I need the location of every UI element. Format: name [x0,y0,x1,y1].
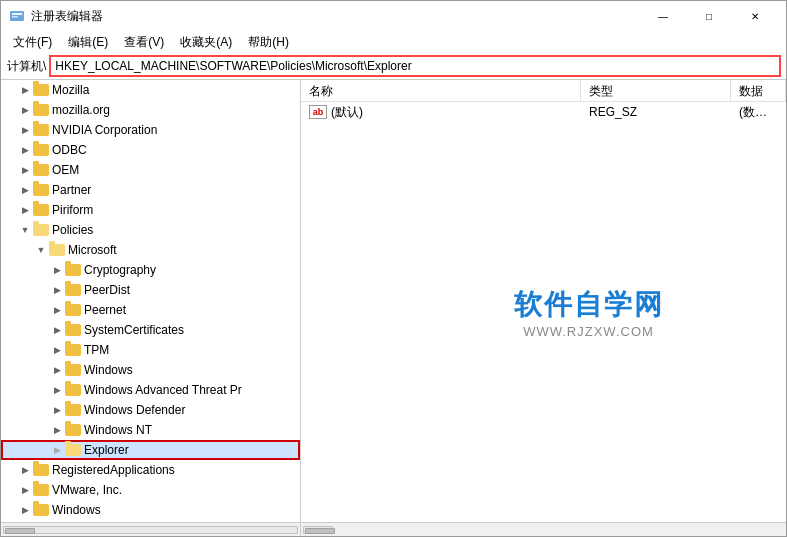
expander-policies[interactable]: ▼ [17,222,33,238]
maximize-button[interactable]: □ [686,1,732,31]
tree-item-cryptography[interactable]: ▶ Cryptography [1,260,300,280]
tree-label-mozillaorg: mozilla.org [52,103,110,117]
tree-item-partner[interactable]: ▶ Partner [1,180,300,200]
menu-favorites[interactable]: 收藏夹(A) [172,32,240,53]
column-headers: 名称 类型 数据 [301,80,786,102]
col-header-data[interactable]: 数据 [731,80,786,101]
watermark-line1: 软件自学网 [514,286,664,324]
menu-file[interactable]: 文件(F) [5,32,60,53]
registry-tree[interactable]: ▶ Mozilla ▶ mozilla.org ▶ NVIDIA Corpora… [1,80,301,522]
tree-label-peerdist: PeerDist [84,283,130,297]
tree-item-windowsnt[interactable]: ▶ Windows NT [1,420,300,440]
tree-item-mozillaorg[interactable]: ▶ mozilla.org [1,100,300,120]
expander-odbc[interactable]: ▶ [17,142,33,158]
expander-explorer[interactable]: ▶ [49,442,65,458]
tree-item-explorer[interactable]: ▶ Explorer [1,440,300,460]
registry-values-list: ab (默认) REG_SZ (数值未设置) 软件自学网 WWW.RJZXW.C… [301,102,786,522]
tree-item-oem[interactable]: ▶ OEM [1,160,300,180]
tree-scrollthumb-h[interactable] [5,528,35,534]
expander-mozillaorg[interactable]: ▶ [17,102,33,118]
folder-icon-windowsnt [65,424,81,436]
folder-icon-oem [33,164,49,176]
expander-peernet[interactable]: ▶ [49,302,65,318]
tree-item-mozilla[interactable]: ▶ Mozilla [1,80,300,100]
close-button[interactable]: ✕ [732,1,778,31]
folder-icon-windows-root [33,504,49,516]
expander-windows-ms[interactable]: ▶ [49,362,65,378]
minimize-button[interactable]: — [640,1,686,31]
expander-oem[interactable]: ▶ [17,162,33,178]
expander-registeredapps[interactable]: ▶ [17,462,33,478]
folder-icon-mozillaorg [33,104,49,116]
expander-windows-root[interactable]: ▶ [17,502,33,518]
tree-item-registeredapps[interactable]: ▶ RegisteredApplications [1,460,300,480]
expander-windowsnt[interactable]: ▶ [49,422,65,438]
expander-nvidia[interactable]: ▶ [17,122,33,138]
table-row[interactable]: ab (默认) REG_SZ (数值未设置) [301,102,786,122]
tree-item-policies[interactable]: ▼ Policies [1,220,300,240]
folder-icon-peernet [65,304,81,316]
addressbar: 计算机\ [1,53,786,79]
expander-systemcerts[interactable]: ▶ [49,322,65,338]
folder-icon-explorer [65,444,81,456]
bottom-scrollbar-area [1,522,786,536]
tree-label-mozilla: Mozilla [52,83,89,97]
tree-label-nvidia: NVIDIA Corporation [52,123,157,137]
folder-icon-mozilla [33,84,49,96]
tree-label-microsoft: Microsoft [68,243,117,257]
expander-mozilla[interactable]: ▶ [17,82,33,98]
tree-label-explorer: Explorer [84,443,129,457]
tree-label-registeredapps: RegisteredApplications [52,463,175,477]
expander-microsoft[interactable]: ▼ [33,242,49,258]
expander-tpm[interactable]: ▶ [49,342,65,358]
tree-label-cryptography: Cryptography [84,263,156,277]
folder-icon-cryptography [65,264,81,276]
expander-windowsdefender[interactable]: ▶ [49,402,65,418]
values-scrolltrack-h[interactable] [303,526,333,534]
tree-horizontal-scrollbar[interactable] [1,523,301,536]
tree-item-peerdist[interactable]: ▶ PeerDist [1,280,300,300]
tree-item-windowsadvanced[interactable]: ▶ Windows Advanced Threat Pr [1,380,300,400]
expander-piriform[interactable]: ▶ [17,202,33,218]
col-header-name[interactable]: 名称 [301,80,581,101]
values-scrollthumb-h[interactable] [305,528,335,534]
tree-item-systemcerts[interactable]: ▶ SystemCertificates [1,320,300,340]
addressbar-input[interactable] [50,56,780,76]
tree-label-windowsnt: Windows NT [84,423,152,437]
col-header-type[interactable]: 类型 [581,80,731,101]
menu-edit[interactable]: 编辑(E) [60,32,116,53]
tree-item-odbc[interactable]: ▶ ODBC [1,140,300,160]
tree-label-piriform: Piriform [52,203,93,217]
tree-item-microsoft[interactable]: ▼ Microsoft [1,240,300,260]
expander-partner[interactable]: ▶ [17,182,33,198]
tree-item-piriform[interactable]: ▶ Piriform [1,200,300,220]
tree-item-tpm[interactable]: ▶ TPM [1,340,300,360]
menubar: 文件(F) 编辑(E) 查看(V) 收藏夹(A) 帮助(H) [1,31,786,53]
tree-label-policies: Policies [52,223,93,237]
folder-icon-vmware [33,484,49,496]
tree-item-peernet[interactable]: ▶ Peernet [1,300,300,320]
tree-item-windows-root[interactable]: ▶ Windows [1,500,300,520]
expander-peerdist[interactable]: ▶ [49,282,65,298]
expander-windowsadvanced[interactable]: ▶ [49,382,65,398]
ab-icon: ab [309,105,327,119]
tree-item-vmware[interactable]: ▶ VMware, Inc. [1,480,300,500]
watermark-line2: WWW.RJZXW.COM [514,324,664,339]
tree-label-partner: Partner [52,183,91,197]
tree-item-windowsdefender[interactable]: ▶ Windows Defender [1,400,300,420]
svg-rect-1 [12,13,22,15]
registry-values-panel: 名称 类型 数据 ab (默认) REG_SZ (数值未设置) 软件自学网 [301,80,786,522]
tree-item-windows-ms[interactable]: ▶ Windows [1,360,300,380]
expander-vmware[interactable]: ▶ [17,482,33,498]
expander-cryptography[interactable]: ▶ [49,262,65,278]
menu-view[interactable]: 查看(V) [116,32,172,53]
folder-icon-windowsdefender [65,404,81,416]
tree-label-systemcerts: SystemCertificates [84,323,184,337]
tree-item-nvidia[interactable]: ▶ NVIDIA Corporation [1,120,300,140]
main-content: ▶ Mozilla ▶ mozilla.org ▶ NVIDIA Corpora… [1,79,786,522]
menu-help[interactable]: 帮助(H) [240,32,297,53]
values-horizontal-scrollbar[interactable] [301,523,786,536]
cell-data: (数值未设置) [731,104,786,121]
folder-icon-odbc [33,144,49,156]
tree-scrolltrack-h[interactable] [3,526,298,534]
